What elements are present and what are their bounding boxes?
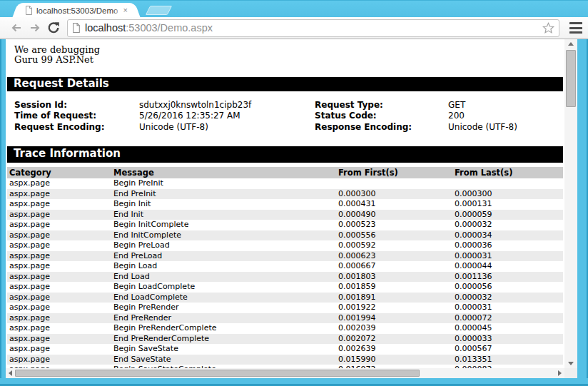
table-cell: aspx.page: [7, 272, 112, 283]
table-cell: aspx.page: [7, 323, 112, 334]
table-cell: Begin PreLoad: [112, 240, 337, 251]
trace-information-header: Trace Information: [7, 146, 563, 163]
hamburger-menu-icon[interactable]: [568, 21, 584, 34]
page-viewport: We are debugging Guru 99 ASP.Net Request…: [6, 39, 564, 368]
table-row: aspx.pageEnd InitComplete0.0005560.00003…: [7, 230, 563, 241]
column-header-from-last: From Last(s): [453, 167, 563, 178]
reload-icon: [47, 21, 60, 34]
detail-value: sdutxxj0knswtoln1cipb23f: [139, 100, 315, 111]
tab-localhost-demo[interactable]: localhost:53003/Demo.asp ×: [20, 3, 133, 18]
bookmark-star-icon[interactable]: [542, 22, 554, 34]
detail-value: Unicode (UTF-8): [139, 122, 315, 133]
table-cell: aspx.page: [7, 210, 112, 220]
table-cell: 0.001803: [337, 272, 453, 283]
horizontal-scrollbar[interactable]: [6, 368, 564, 378]
page-icon: [25, 6, 33, 15]
request-details: Session Id: sdutxxj0knswtoln1cipb23f Req…: [6, 100, 564, 133]
horizontal-scrollbar-thumb[interactable]: [15, 370, 420, 377]
table-row: aspx.pageBegin Load0.0006670.000044: [7, 261, 563, 272]
url-text: localhost:53003/Demo.aspx: [85, 22, 538, 34]
table-cell: Begin PreRender: [112, 303, 337, 313]
table-cell: 0.000045: [453, 323, 563, 334]
table-cell: 0.000131: [453, 199, 563, 210]
vertical-scrollbar[interactable]: [564, 39, 577, 368]
table-cell: aspx.page: [7, 313, 112, 324]
table-cell: 0.002639: [337, 344, 453, 355]
table-cell: 0.000059: [453, 210, 563, 220]
table-cell: 0.000031: [453, 251, 563, 262]
detail-row: Time of Request: 5/26/2016 12:35:27 AM S…: [14, 111, 564, 121]
table-cell: End PreRender: [112, 313, 337, 324]
detail-label: Status Code:: [315, 111, 448, 121]
table-cell: End Init: [112, 210, 337, 220]
table-cell: Begin PreRenderComplete: [112, 323, 337, 334]
scroll-up-arrow-icon[interactable]: [564, 39, 577, 49]
table-cell: 0.000300: [453, 189, 563, 200]
table-cell: aspx.page: [7, 334, 112, 345]
table-cell: aspx.page: [7, 199, 112, 210]
table-row: aspx.pageBegin PreLoad0.0005920.000036: [7, 240, 563, 251]
scroll-right-arrow-icon[interactable]: [555, 368, 564, 378]
detail-label: Time of Request:: [14, 111, 139, 121]
detail-value: Unicode (UTF-8): [448, 122, 564, 133]
table-row: aspx.pageEnd PreLoad0.0006230.000031: [7, 251, 563, 262]
table-cell: aspx.page: [7, 282, 112, 293]
column-header-from-first: From First(s): [337, 167, 453, 178]
url-host: localhost: [85, 22, 126, 34]
table-cell: 0.002072: [337, 334, 453, 345]
table-cell: 0.000034: [453, 230, 563, 241]
scroll-down-arrow-icon[interactable]: [564, 359, 577, 368]
column-header-message: Message: [112, 167, 337, 178]
table-cell: 0.000431: [337, 199, 453, 210]
table-cell: 0.000523: [337, 220, 453, 230]
table-row: aspx.pageBegin LoadComplete0.0018590.000…: [7, 282, 563, 293]
table-cell: 0.001922: [337, 303, 453, 313]
table-cell: 0.000032: [453, 293, 563, 303]
table-cell: aspx.page: [7, 355, 112, 365]
table-cell: aspx.page: [7, 220, 112, 230]
table-row: aspx.pageEnd PreRender0.0019940.000072: [7, 313, 563, 324]
window-border-left: [0, 39, 6, 386]
table-cell: 0.000044: [453, 261, 563, 272]
new-tab-button[interactable]: [146, 6, 173, 15]
scroll-left-arrow-icon[interactable]: [6, 368, 15, 378]
table-cell: Begin InitComplete: [112, 220, 337, 230]
table-row: aspx.pageBegin PreInit: [7, 178, 563, 189]
table-cell: aspx.page: [7, 293, 112, 303]
vertical-scrollbar-thumb[interactable]: [566, 50, 576, 107]
table-row: aspx.pageBegin Init0.0004310.000131: [7, 199, 563, 210]
back-arrow-icon: [10, 22, 23, 34]
detail-row: Session Id: sdutxxj0knswtoln1cipb23f Req…: [14, 100, 564, 111]
table-cell: aspx.page: [7, 251, 112, 262]
forward-arrow-icon: [29, 22, 41, 34]
detail-value: 5/26/2016 12:35:27 AM: [139, 111, 315, 121]
detail-label: Request Encoding:: [14, 122, 139, 133]
table-cell: aspx.page: [7, 261, 112, 272]
table-cell: 0.013351: [453, 355, 563, 365]
forward-button[interactable]: [26, 19, 44, 36]
table-cell: aspx.page: [7, 344, 112, 355]
table-row: aspx.pageEnd PreInit0.0003000.000300: [7, 189, 563, 200]
table-row: aspx.pageEnd PreRenderComplete0.0020720.…: [7, 334, 563, 345]
table-row: aspx.pageBegin InitComplete0.0005230.000…: [7, 220, 563, 230]
table-cell: End LoadComplete: [112, 293, 337, 303]
table-cell: 0.000567: [453, 344, 563, 355]
table-cell: End InitComplete: [112, 230, 337, 241]
table-cell: 0.000036: [453, 240, 563, 251]
address-bar[interactable]: localhost:53003/Demo.aspx: [67, 19, 559, 37]
reload-button[interactable]: [44, 19, 63, 36]
table-row: aspx.pageEnd Load0.0018030.001136: [7, 272, 563, 283]
table-cell: 0.000072: [453, 313, 563, 324]
table-cell: 0.000056: [453, 282, 563, 293]
back-button[interactable]: [7, 19, 26, 36]
table-cell: 0.000031: [453, 303, 563, 313]
scrollbar-corner: [564, 368, 577, 378]
page-icon: [72, 23, 81, 33]
table-cell: End PreInit: [112, 189, 337, 200]
table-cell: End SaveState: [112, 355, 337, 365]
table-row: aspx.pageEnd SaveState0.0159900.013351: [7, 355, 563, 365]
table-cell: [337, 178, 453, 189]
table-cell: Begin PreInit: [112, 178, 337, 189]
detail-value: GET: [448, 100, 564, 111]
page-intro: We are debugging Guru 99 ASP.Net: [6, 39, 564, 65]
